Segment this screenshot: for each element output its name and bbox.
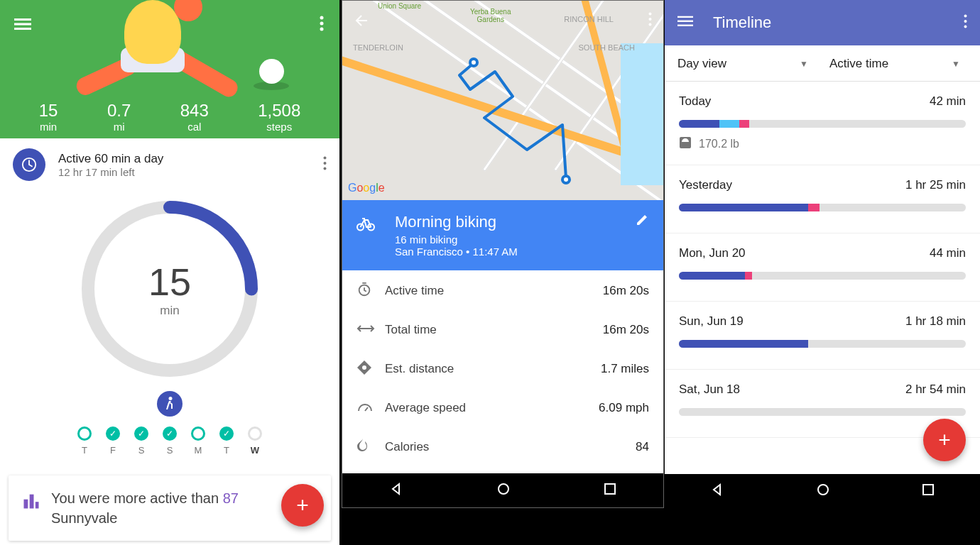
day-item[interactable]: ✓F: [106, 426, 120, 456]
svg-rect-1: [14, 23, 31, 26]
timeline-day-item[interactable]: Sun, Jun 191 hr 18 min: [665, 302, 980, 370]
metric-row: Est. distance1.7 miles: [356, 348, 649, 390]
nav-recent-icon[interactable]: [922, 483, 935, 500]
day-item[interactable]: ✓S: [134, 426, 148, 456]
svg-rect-13: [30, 495, 34, 509]
nav-back-icon[interactable]: [389, 482, 403, 500]
hamburger-menu-icon[interactable]: [14, 16, 31, 35]
svg-point-16: [649, 18, 652, 21]
day-item[interactable]: W: [248, 426, 262, 456]
svg-rect-24: [677, 16, 693, 18]
appbar-more-icon[interactable]: [964, 14, 967, 31]
activity-detail-screen: Union Square Yerba Buena Gardens TENDERL…: [342, 0, 664, 508]
timeline-appbar: Timeline: [665, 0, 980, 45]
svg-point-6: [324, 157, 327, 160]
ring-label: min: [148, 304, 191, 318]
map-view[interactable]: Union Square Yerba Buena Gardens TENDERL…: [342, 1, 663, 200]
nav-back-icon[interactable]: [710, 483, 724, 500]
metric-row: Active time16m 20s: [356, 270, 649, 312]
timeline-day-item[interactable]: Today42 min170.2 lb: [665, 82, 980, 165]
walking-activity-icon[interactable]: [157, 391, 183, 417]
flame-icon: [356, 438, 385, 456]
nav-home-icon[interactable]: [496, 482, 511, 500]
metric-filter-dropdown[interactable]: Active time ▼: [829, 57, 967, 71]
svg-rect-14: [36, 502, 39, 508]
progress-ring-section: 15 min T✓F✓S✓SM✓TW: [0, 191, 339, 463]
svg-rect-32: [923, 485, 933, 495]
goal-title: Active 60 min a day: [58, 152, 163, 166]
add-fab[interactable]: +: [923, 419, 966, 461]
hamburger-menu-icon[interactable]: [677, 13, 693, 32]
svg-rect-25: [677, 21, 693, 22]
goal-card[interactable]: Active 60 min a day 12 hr 17 min left: [0, 138, 339, 191]
svg-point-21: [362, 365, 366, 370]
edit-pencil-icon[interactable]: [635, 213, 649, 230]
svg-point-29: [964, 26, 967, 28]
stat-item[interactable]: 0.7mi: [107, 101, 131, 133]
chevron-down-icon: ▼: [800, 59, 808, 69]
svg-point-17: [649, 23, 652, 26]
svg-rect-0: [14, 18, 31, 21]
svg-point-4: [320, 22, 324, 26]
scale-icon: [679, 136, 692, 152]
stats-row: 15min0.7mi843cal1,508steps: [0, 101, 339, 133]
route-start-pin: [469, 57, 479, 67]
metric-row: Average speed6.09 mph: [356, 390, 649, 426]
timeline-screen: Timeline Day view ▼ Active time ▼ Today4…: [665, 0, 980, 508]
timeline-day-item[interactable]: Mon, Jun 2044 min: [665, 233, 980, 302]
day-item[interactable]: M: [191, 426, 205, 456]
activity-duration: 16 min biking: [395, 233, 518, 246]
svg-point-11: [169, 397, 173, 400]
stat-item[interactable]: 1,508steps: [258, 101, 300, 133]
svg-rect-12: [24, 500, 28, 509]
route-end-pin: [561, 175, 571, 185]
svg-point-8: [324, 167, 327, 170]
filter-row: Day view ▼ Active time ▼: [665, 45, 980, 82]
goal-subtitle: 12 hr 17 min left: [58, 166, 163, 178]
svg-rect-23: [605, 484, 615, 494]
svg-point-7: [324, 162, 327, 165]
activity-bar: [679, 204, 966, 211]
bike-icon: [356, 217, 375, 234]
more-vert-icon[interactable]: [320, 16, 324, 34]
insight-text: You were more active than 87Sunnyvale: [51, 488, 239, 528]
day-item[interactable]: T: [77, 426, 92, 456]
stats-header: 15min0.7mi843cal1,508steps: [0, 0, 339, 138]
metric-row: Calories84: [356, 426, 649, 468]
android-navbar: [665, 474, 980, 508]
nav-recent-icon[interactable]: [604, 483, 616, 499]
progress-ring: 15 min: [77, 197, 262, 381]
activity-location: San Francisco • 11:47 AM: [395, 246, 518, 258]
activity-bar: [679, 272, 966, 280]
back-arrow-icon[interactable]: [354, 12, 371, 32]
chevron-down-icon: ▼: [952, 59, 960, 69]
fit-home-screen: 15min0.7mi843cal1,508steps Active 60 min…: [0, 0, 339, 545]
map-more-icon[interactable]: [648, 12, 652, 29]
week-days-row: T✓F✓S✓SM✓TW: [77, 426, 262, 456]
add-fab[interactable]: +: [281, 484, 324, 527]
day-item[interactable]: ✓T: [219, 426, 234, 456]
timer-icon: [356, 282, 385, 300]
svg-point-28: [964, 20, 967, 23]
appbar-title: Timeline: [713, 13, 771, 32]
svg-point-22: [499, 484, 508, 494]
stat-item[interactable]: 15min: [39, 101, 58, 133]
timeline-day-item[interactable]: Yesterday1 hr 25 min: [665, 165, 980, 233]
timer-icon: [13, 148, 45, 181]
view-filter-dropdown[interactable]: Day view ▼: [677, 57, 829, 71]
svg-point-31: [818, 485, 828, 495]
day-item[interactable]: ✓S: [163, 426, 177, 456]
android-navbar: [342, 473, 663, 507]
gauge-icon: [356, 401, 385, 415]
svg-rect-26: [677, 25, 693, 26]
route-path: [342, 1, 663, 200]
activity-bar: [679, 120, 966, 128]
activity-header: Morning biking 16 min biking San Francis…: [342, 200, 663, 270]
diamond-icon: [356, 360, 385, 378]
city-icon: [21, 491, 41, 514]
activity-title: Morning biking: [395, 213, 518, 231]
stat-item[interactable]: 843cal: [180, 101, 209, 133]
goal-more-icon[interactable]: [323, 156, 327, 173]
svg-rect-2: [14, 28, 31, 30]
nav-home-icon[interactable]: [816, 483, 830, 500]
